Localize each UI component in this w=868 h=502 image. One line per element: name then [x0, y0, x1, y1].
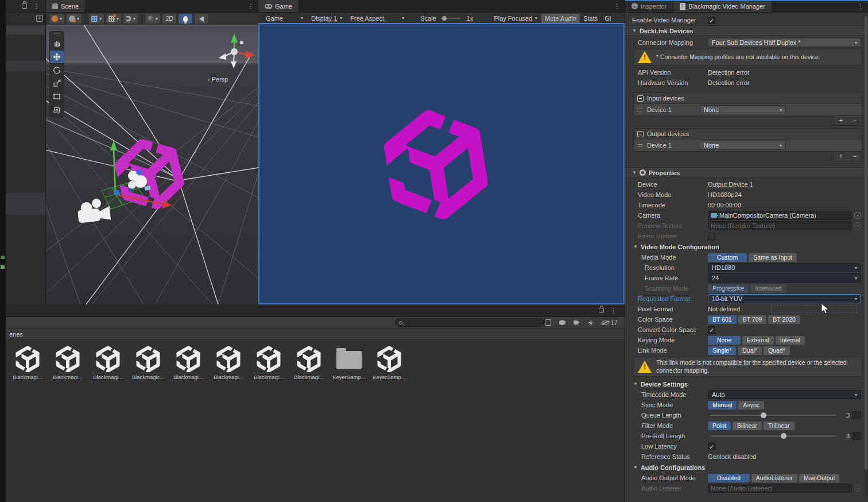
queue-length-slider[interactable] [710, 415, 836, 416]
input-device-row[interactable]: Device 1 None▾ [634, 103, 862, 115]
tool-settings-button[interactable]: ▾ [49, 14, 64, 24]
panel-menu-icon[interactable]: ⋮ [853, 0, 868, 12]
preroll-length-slider[interactable] [710, 435, 836, 437]
filter-point[interactable]: Point [708, 422, 731, 430]
scale-slider[interactable] [441, 18, 460, 19]
tab-scene[interactable]: Scene [46, 0, 86, 12]
rotate-tool-button[interactable] [50, 64, 64, 77]
asset-item[interactable]: KeyerSamp... [331, 346, 367, 380]
convert-color-space-checkbox[interactable]: ✓ [708, 326, 715, 334]
audio-toggle-button[interactable] [195, 14, 208, 24]
add-device-button[interactable]: + [837, 117, 844, 125]
requested-format-dropdown[interactable]: 10-bit YUV▾ [708, 294, 861, 303]
video-mode-config-foldout[interactable]: ▼ Video Mode Configuration [625, 241, 868, 252]
frame-rate-dropdown[interactable]: 24▾ [708, 273, 861, 283]
object-picker-icon[interactable] [854, 212, 861, 219]
play-focused-dropdown[interactable]: Play Focused▾ [490, 13, 541, 24]
panel-menu-icon[interactable]: ⋮ [610, 0, 625, 12]
sync-manual[interactable]: Manual [708, 401, 737, 410]
keying-internal[interactable]: Internal [776, 336, 805, 345]
panel-menu-icon[interactable]: ⋮ [606, 307, 621, 315]
tab-blackmagic-video-manager[interactable]: Blackmagic Video Manager [673, 0, 772, 12]
open-asset-icon[interactable] [544, 319, 552, 326]
display-dropdown[interactable]: Display 1▾ [307, 13, 346, 24]
drag-handle-icon[interactable] [637, 144, 642, 147]
keying-external[interactable]: External [742, 336, 774, 345]
label-tag-icon[interactable] [573, 319, 580, 326]
panel-menu-icon[interactable]: ⋮ [243, 0, 258, 12]
inspector-scrollbar[interactable] [865, 15, 867, 497]
mute-audio-button[interactable]: Mute Audio [541, 14, 580, 23]
perspective-label[interactable]: ‹ Persp [208, 76, 228, 83]
hierarchy-row[interactable] [6, 61, 45, 71]
search-input[interactable] [395, 318, 544, 327]
link-dual[interactable]: Dual* [738, 346, 762, 355]
scene-viewport[interactable]: ‹ Persp [46, 25, 258, 304]
move-tool-button[interactable] [50, 51, 64, 64]
asset-item[interactable]: Blackmagi... [290, 346, 327, 380]
view-tool-button[interactable] [50, 37, 64, 51]
remove-device-button[interactable]: − [851, 117, 858, 125]
media-mode-custom[interactable]: Custom [708, 253, 747, 262]
hidden-count-toggle[interactable]: 17 [602, 319, 618, 326]
add-device-button[interactable]: + [837, 152, 844, 160]
asset-item[interactable]: Blackmagic... [130, 346, 166, 380]
overlay-grip[interactable] [53, 33, 60, 36]
media-mode-same-as-input[interactable]: Same as Input [749, 253, 797, 262]
decklink-devices-foldout[interactable]: ▼ DeckLink Devices [625, 25, 868, 36]
resolution-dropdown[interactable]: HD1080▾ [708, 263, 861, 272]
shading-mode-button[interactable]: ▾ [145, 14, 160, 24]
asset-item[interactable]: Blackmagi... [90, 346, 126, 380]
lighting-toggle-button[interactable] [179, 14, 192, 24]
filter-bilinear[interactable]: Bilinear [733, 422, 762, 430]
stats-button[interactable]: Stats [580, 14, 601, 23]
pivot-button[interactable]: ▾ [67, 14, 82, 24]
hierarchy-row[interactable] [6, 193, 45, 215]
add-icon[interactable]: + [36, 15, 43, 22]
aspect-dropdown[interactable]: Free Aspect▾ [346, 13, 408, 24]
2d-toggle-button[interactable]: 2D [162, 14, 176, 24]
breadcrumb[interactable]: enes [6, 329, 625, 340]
game-viewport[interactable] [258, 23, 625, 304]
game-target-dropdown[interactable]: Game▾ [262, 13, 307, 24]
scale-tool-button[interactable] [50, 77, 64, 90]
asset-item[interactable]: KeyerSamp... [371, 346, 408, 380]
tab-game[interactable]: Game [258, 0, 299, 12]
connector-mapping-dropdown[interactable]: Four Sub Devices Half Duplex *▾ [708, 38, 861, 47]
output-device-dropdown[interactable]: None▾ [700, 141, 786, 150]
timecode-mode-dropdown[interactable]: Auto▾ [708, 390, 861, 399]
audio-output-disabled[interactable]: Disabled [708, 474, 750, 482]
link-quad[interactable]: Quad* [764, 346, 790, 355]
preroll-length-field[interactable] [852, 432, 861, 440]
lock-icon[interactable] [599, 308, 604, 313]
low-latency-checkbox[interactable]: ✓ [708, 443, 715, 450]
queue-length-field[interactable] [852, 411, 861, 419]
keying-none[interactable]: None [708, 336, 741, 345]
remove-device-button[interactable]: − [851, 152, 858, 160]
output-device-row[interactable]: Device 1 None▾ [634, 139, 862, 151]
audio-output-audiolistener[interactable]: AudioListener [751, 474, 797, 482]
filter-trilinear[interactable]: Trilinear [764, 422, 795, 430]
lock-icon[interactable] [22, 3, 27, 9]
favorites-star-icon[interactable]: ★ [587, 319, 595, 326]
link-single[interactable]: Single* [708, 346, 736, 355]
asset-item[interactable]: Blackmagi... [250, 346, 287, 380]
color-space-bt709[interactable]: BT 709 [738, 315, 767, 324]
properties-foldout[interactable]: ▼ Properties [625, 167, 868, 178]
move-snap-button[interactable]: ▾ [123, 14, 138, 24]
color-space-bt601[interactable]: BT 601 [708, 315, 737, 324]
hierarchy-row[interactable] [6, 25, 45, 34]
color-space-bt2020[interactable]: BT 2020 [768, 315, 800, 324]
asset-item[interactable]: Blackmagi... [49, 346, 86, 380]
gizmos-button[interactable]: Gi [601, 14, 614, 23]
asset-item[interactable]: Blackmagi... [170, 346, 207, 380]
rect-tool-button[interactable] [50, 90, 64, 103]
enable-video-manager-checkbox[interactable]: ✓ [708, 17, 715, 24]
audio-output-mainoutput[interactable]: MainOutput [799, 474, 839, 482]
drag-handle-icon[interactable] [637, 109, 642, 111]
panel-menu-icon[interactable]: ⋮ [29, 2, 44, 10]
tab-inspector[interactable]: i Inspector [625, 0, 673, 12]
snap-grid-button[interactable]: ▾ [106, 14, 121, 24]
camera-object-field[interactable]: MainCompositorCamera (Camera) [708, 211, 852, 220]
transform-tool-button[interactable] [50, 103, 64, 117]
